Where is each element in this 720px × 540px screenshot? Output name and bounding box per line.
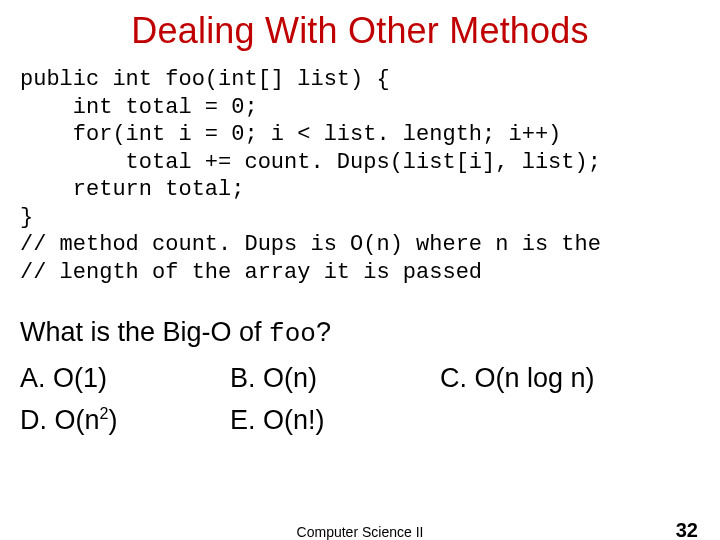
question-func: foo xyxy=(269,319,316,349)
question-text: What is the Big-O of foo? xyxy=(20,312,720,354)
question-prefix: What is the Big-O of xyxy=(20,317,269,347)
choice-e: E. O(n!) xyxy=(230,402,430,438)
choice-d-suffix: ) xyxy=(108,405,117,435)
answer-choices: A. O(1) B. O(n) C. O(n log n) D. O(n2) E… xyxy=(20,360,720,439)
footer-page-number: 32 xyxy=(676,519,698,540)
choice-c: C. O(n log n) xyxy=(440,360,700,396)
choice-d-prefix: D. O(n xyxy=(20,405,100,435)
code-block: public int foo(int[] list) { int total =… xyxy=(20,66,720,286)
question-suffix: ? xyxy=(316,317,331,347)
footer-course: Computer Science II xyxy=(0,524,720,540)
choice-d: D. O(n2) xyxy=(20,402,220,438)
slide: Dealing With Other Methods public int fo… xyxy=(0,10,720,540)
slide-title: Dealing With Other Methods xyxy=(0,10,720,52)
choice-a: A. O(1) xyxy=(20,360,220,396)
choice-b: B. O(n) xyxy=(230,360,430,396)
choice-blank xyxy=(440,402,700,438)
